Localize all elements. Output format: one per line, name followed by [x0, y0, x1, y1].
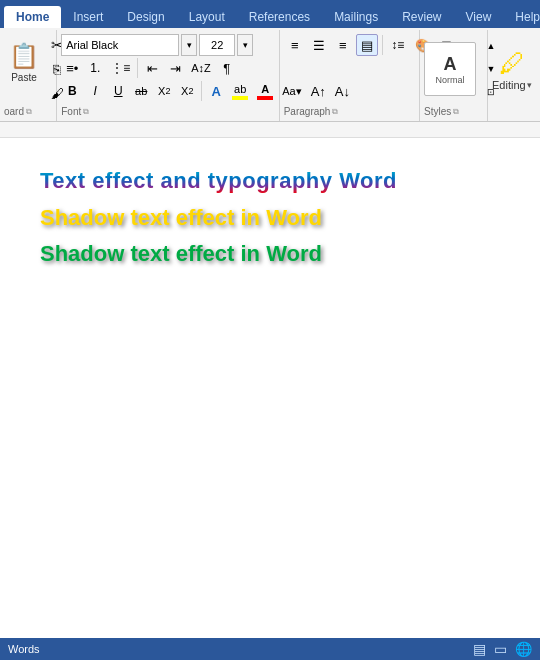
print-layout-icon[interactable]: ▭ [494, 641, 507, 657]
separator [137, 58, 138, 78]
font-name-dropdown[interactable]: ▾ [181, 34, 197, 56]
styles-group: A Normal ▲ ▼ ⊡ Styles ⧉ [420, 30, 488, 121]
tab-mailings[interactable]: Mailings [322, 6, 390, 28]
line1-text: Text effect and typography Word [40, 168, 397, 194]
editing-label-row: Editing ▾ [492, 79, 532, 91]
superscript-button[interactable]: X2 [176, 80, 198, 102]
tab-design[interactable]: Design [115, 6, 176, 28]
tab-references[interactable]: References [237, 6, 322, 28]
read-mode-icon[interactable]: ▤ [473, 641, 486, 657]
styles-group-label: Styles ⧉ [424, 104, 459, 119]
paste-icon: 📋 [9, 42, 39, 70]
normal-style-button[interactable]: A Normal [424, 42, 476, 96]
font-expand-icon[interactable]: ⧉ [83, 107, 89, 117]
font-size-dropdown[interactable]: ▾ [237, 34, 253, 56]
style-preview: A [443, 54, 456, 75]
tab-insert[interactable]: Insert [61, 6, 115, 28]
align-right-button[interactable]: ≡ [332, 34, 354, 56]
text-cursor [400, 175, 402, 195]
editing-dropdown-icon[interactable]: ▾ [527, 80, 532, 90]
align-center-button[interactable]: ☰ [308, 34, 330, 56]
tab-layout[interactable]: Layout [177, 6, 237, 28]
status-right: ▤ ▭ 🌐 [473, 641, 532, 657]
font-color-button[interactable]: A [253, 80, 277, 102]
underline-button[interactable]: U [107, 80, 129, 102]
paste-button[interactable]: 📋 Paste [4, 32, 44, 92]
paragraph-group: ≡ ☰ ≡ ▤ ↕≡ 🎨 ⊞▾ Paragraph ⧉ [280, 30, 420, 121]
line3-text: Shadow text effect in Word [40, 241, 500, 267]
tab-view[interactable]: View [454, 6, 504, 28]
multilevel-list-button[interactable]: ⋮≡ [107, 57, 134, 79]
font-group: ▾ ▾ ≡• 1. ⋮≡ ⇤ ⇥ A↕Z ¶ B I U ab X2 [57, 30, 279, 121]
styles-expand-icon[interactable]: ⧉ [453, 107, 459, 117]
font-group-label: Font ⧉ [61, 104, 89, 119]
numbering-button[interactable]: 1. [84, 57, 106, 79]
increase-indent-button[interactable]: ⇥ [164, 57, 186, 79]
editing-icon: 🖊 [499, 48, 525, 79]
sep3 [382, 35, 383, 55]
line1-container: Text effect and typography Word [40, 168, 500, 195]
align-left-button[interactable]: ≡ [284, 34, 306, 56]
tab-bar: Home Insert Design Layout References Mai… [0, 0, 540, 28]
paragraph-group-label: Paragraph ⧉ [284, 104, 339, 119]
editing-group: 🖊 Editing ▾ [488, 30, 540, 121]
ribbon: 📋 Paste ✂ ⎘ 🖌 oard ⧉ ▾ ▾ ≡ [0, 28, 540, 122]
italic-button[interactable]: I [84, 80, 106, 102]
paragraph-expand-icon[interactable]: ⧉ [332, 107, 338, 117]
tab-help[interactable]: Help [503, 6, 540, 28]
tab-home[interactable]: Home [4, 6, 61, 28]
bold-button[interactable]: B [61, 80, 83, 102]
word-count-label: Words [8, 643, 40, 655]
line3-container: Shadow text effect in Word [40, 241, 500, 267]
bullets-button[interactable]: ≡• [61, 57, 83, 79]
ruler-strip [0, 122, 540, 138]
font-name-input[interactable] [61, 34, 179, 56]
justify-button[interactable]: ▤ [356, 34, 378, 56]
font-color-bar [257, 96, 273, 100]
decrease-indent-button[interactable]: ⇤ [141, 57, 163, 79]
text-effects-button[interactable]: A [205, 80, 227, 102]
line2-text: Shadow text effect in Word [40, 205, 500, 231]
show-formatting-button[interactable]: ¶ [216, 57, 238, 79]
highlight-color-button[interactable]: ab [228, 80, 252, 102]
line2-container: Shadow text effect in Word [40, 205, 500, 231]
document-area[interactable]: Text effect and typography Word Shadow t… [0, 138, 540, 660]
style-name: Normal [435, 75, 464, 85]
status-bar: Words ▤ ▭ 🌐 [0, 638, 540, 660]
strikethrough-button[interactable]: ab [130, 80, 152, 102]
web-layout-icon[interactable]: 🌐 [515, 641, 532, 657]
highlight-color-bar [232, 96, 248, 100]
tab-review[interactable]: Review [390, 6, 453, 28]
sort-button[interactable]: A↕Z [187, 57, 215, 79]
clipboard-expand-icon[interactable]: ⧉ [26, 107, 32, 117]
clipboard-group: 📋 Paste ✂ ⎘ 🖌 oard ⧉ [0, 30, 57, 121]
separator2 [201, 81, 202, 101]
line-spacing-button[interactable]: ↕≡ [387, 34, 409, 56]
subscript-button[interactable]: X2 [153, 80, 175, 102]
font-size-input[interactable] [199, 34, 235, 56]
clipboard-label: oard ⧉ [4, 104, 32, 119]
editing-label: Editing [492, 79, 526, 91]
